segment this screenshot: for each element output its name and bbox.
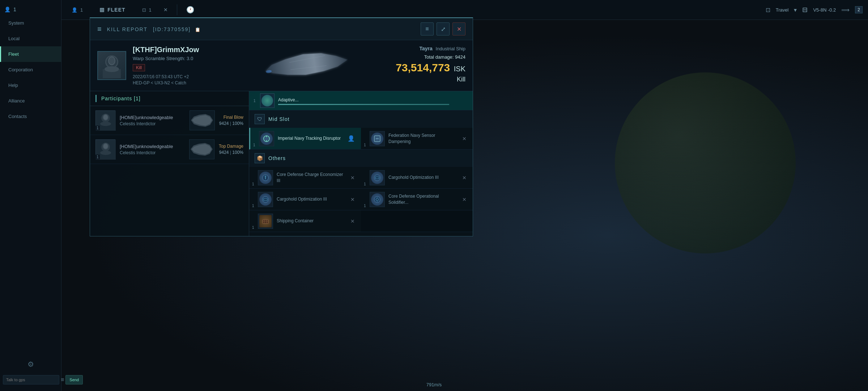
item-destroy-btn-4[interactable]: ✕	[460, 174, 468, 181]
adaptive-qty: 1	[254, 99, 256, 103]
kill-result-label: Kill	[396, 76, 465, 83]
ship-silhouette	[261, 47, 352, 84]
ship-image-area	[256, 40, 357, 91]
mid-slot-icon: 🛡	[255, 114, 265, 124]
participant-ship-1: Celestis Interdictor	[120, 121, 185, 126]
item-name-7: Shipping Container	[277, 218, 345, 224]
item-name-4: Cargohold Optimization III	[388, 175, 457, 181]
participants-panel: Participants [1] 1 [HOME]unknow	[90, 91, 249, 236]
svg-point-13	[103, 115, 108, 120]
modal-header: ≡ KILL REPORT [ID:7370559] 📋 ≡ ⤢ ✕	[90, 18, 473, 40]
adaptive-item: 1 Adaptive...	[249, 91, 473, 110]
modal-title: KILL REPORT [ID:7370559] 📋	[107, 25, 415, 33]
mid-slot-section-header: 🛡 Mid Slot	[249, 110, 473, 128]
item-qty-5: 1	[252, 204, 254, 208]
item-destroy-btn-2[interactable]: ✕	[460, 135, 468, 142]
participant-info-1: [HOME]unknowledgeable Celestis Interdict…	[120, 115, 185, 126]
item-icon-inner-7	[259, 215, 272, 227]
tab-screen[interactable]: ⊡ 1	[137, 5, 156, 15]
user-icon: 👤	[4, 7, 10, 12]
item-icon-2	[370, 131, 385, 146]
item-qty-2: 1	[364, 143, 366, 147]
sidebar-item-local[interactable]: Local	[0, 31, 61, 46]
modal-id: [ID:7370559]	[153, 26, 191, 32]
adaptive-progress	[278, 104, 449, 105]
settings-icon[interactable]: ⚙	[27, 360, 34, 369]
sidebar-item-contacts[interactable]: Contacts	[0, 109, 61, 124]
screen-tab-icon: ⊡	[142, 7, 146, 13]
victim-avatar	[97, 51, 126, 80]
item-icon-inner-5	[259, 193, 272, 206]
participants-title: Participants [1]	[101, 96, 141, 101]
others-section-header: 📦 Others	[249, 150, 473, 167]
modal-close-button[interactable]: ✕	[452, 22, 465, 35]
sidebar-item-help[interactable]: Help	[0, 77, 61, 93]
item-shipping-container: 1 Shipping Container ✕	[249, 210, 361, 232]
svg-point-23	[100, 151, 111, 155]
speed-indicator: 791m/s	[426, 382, 442, 387]
system-count-badge: 2	[855, 6, 863, 13]
others-items-grid: 1 Core Defense Charge Economizer III ✕ 1	[249, 167, 473, 232]
sidebar-item-alliance[interactable]: Alliance	[0, 93, 61, 109]
item-destroy-btn-7[interactable]: ✕	[349, 218, 357, 225]
others-icon: 📦	[255, 153, 265, 163]
chat-send-button[interactable]: Send	[65, 375, 83, 384]
item-destroy-btn-6[interactable]: ✕	[460, 196, 468, 203]
item-core-defense-operational-solidifier: 1 Core Defense Operational Solidifier...…	[361, 189, 473, 210]
item-qty-1: 1	[253, 143, 255, 147]
item-name-3: Core Defense Charge Economizer III	[277, 172, 345, 184]
sidebar-item-system[interactable]: System	[0, 15, 61, 31]
travel-dropdown-icon[interactable]: ▾	[794, 7, 797, 13]
sidebar-help-label: Help	[8, 83, 18, 88]
item-icon-5	[258, 192, 273, 207]
item-qty-6: 1	[364, 204, 366, 208]
user-count: 1	[13, 7, 16, 12]
fit-indicator-icon: 👤	[346, 133, 357, 144]
item-icon-7	[258, 214, 273, 229]
modal-clipboard-button[interactable]: ≡	[421, 22, 434, 35]
sidebar-contacts-label: Contacts	[8, 114, 27, 119]
isk-label: ISK	[454, 65, 465, 73]
user-tab-icon: 👤	[72, 7, 77, 13]
kill-tag: Kill	[133, 64, 145, 71]
sidebar-fleet-label: Fleet	[8, 51, 19, 57]
ship-type-line: Tayra Industrial Ship	[396, 46, 465, 51]
item-icon-1	[259, 131, 274, 146]
kill-stats: Tayra Industrial Ship Total damage: 9424…	[396, 46, 465, 83]
item-cargohold-optimization-right: 1 Cargohold Optimization III ✕	[361, 167, 473, 189]
adaptive-icon	[260, 93, 275, 108]
chat-menu-icon[interactable]: ≡	[61, 375, 64, 384]
sidebar-item-corporation[interactable]: Corporation	[0, 62, 61, 77]
sidebar-system-label: System	[8, 20, 24, 26]
participant-name-2: [HOME]unknowledgeable	[120, 144, 185, 149]
item-icon-inner-3	[259, 172, 272, 184]
participant-avatar-1: 1	[95, 110, 115, 130]
chat-input[interactable]	[3, 375, 59, 384]
participant-ship-2: Celestis Interdictor	[120, 150, 185, 155]
svg-rect-40	[263, 220, 268, 223]
window-icon: ⊡	[766, 7, 770, 13]
participant-ship-icon-2	[189, 139, 214, 159]
modal-menu-icon[interactable]: ≡	[97, 25, 102, 33]
item-destroy-btn-3[interactable]: ✕	[349, 174, 357, 181]
adaptive-bar-container: Adaptive...	[278, 96, 468, 105]
item-icon-inner-6	[371, 193, 383, 206]
system-nav-icon[interactable]: ⟹	[841, 7, 850, 13]
modal-copy-icon[interactable]: 📋	[195, 27, 201, 32]
sidebar-item-fleet[interactable]: Fleet	[0, 46, 61, 62]
item-destroy-btn-5[interactable]: ✕	[349, 196, 357, 203]
tab-close-button[interactable]: ✕	[163, 7, 168, 13]
participant-item-1: 1 [HOME]unknowledgeable Celestis Interdi…	[90, 106, 249, 135]
tab-fleet[interactable]: ⊞ FLEET	[95, 4, 130, 16]
svg-point-21	[103, 144, 108, 149]
modal-export-button[interactable]: ⤢	[437, 22, 450, 35]
tab-users[interactable]: 👤 1	[67, 5, 88, 15]
total-damage-line: Total damage: 9424	[396, 54, 465, 60]
ship-class: Industrial Ship	[436, 46, 465, 51]
ship-name: Tayra	[419, 46, 432, 51]
filter-icon[interactable]: ⊟	[802, 6, 808, 14]
modal-body: Participants [1] 1 [HOME]unknow	[90, 91, 473, 236]
top-bar: 👤 1 ⊞ FLEET ⊡ 1 ✕ 🕐 ⊡ Travel ▾ ⊟ V5-8N -…	[61, 0, 868, 20]
item-icon-6	[370, 192, 385, 207]
svg-point-15	[100, 122, 111, 126]
